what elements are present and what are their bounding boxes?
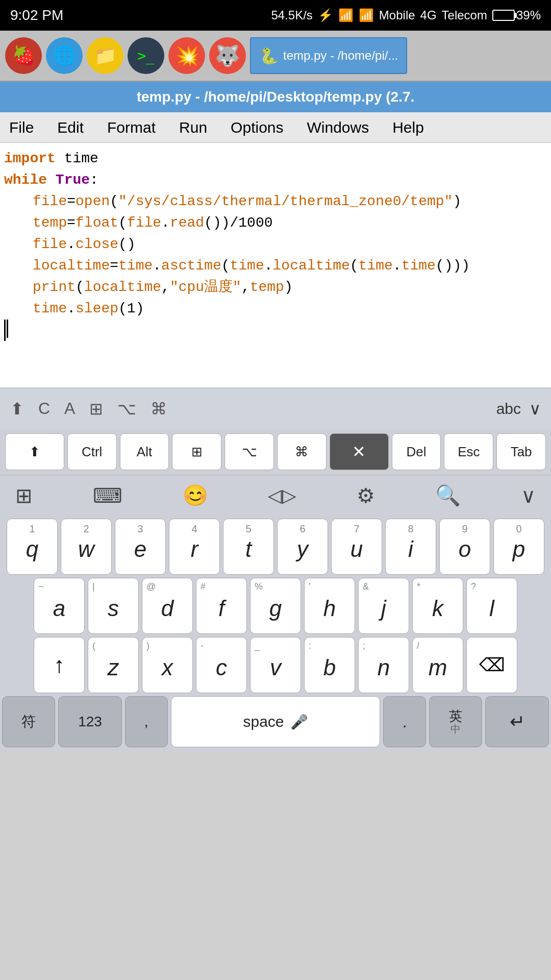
raspberry-icon[interactable]: 🍓	[5, 37, 42, 74]
key-y[interactable]: 6y	[277, 519, 328, 575]
title-bar: temp.py - /home/pi/Desktop/temp.py (2.7.	[0, 82, 551, 112]
settings-icon[interactable]: ⚙	[357, 484, 375, 507]
code-line-3: file=open("/sys/class/thermal/thermal_zo…	[4, 191, 547, 212]
shift-key-main[interactable]: ↑	[34, 637, 85, 693]
key-h[interactable]: 'h	[304, 578, 355, 634]
status-bar: 9:02 PM 54.5K/s ⚡ 📶 📶 Mobile 4G Telecom …	[0, 0, 551, 31]
ctrl-key[interactable]: Ctrl	[67, 433, 117, 470]
code-editor[interactable]: import time while True: file=open("/sys/…	[0, 143, 551, 388]
key-b[interactable]: :b	[304, 637, 355, 693]
key-r[interactable]: 4r	[169, 519, 220, 575]
menu-file[interactable]: File	[5, 117, 38, 138]
telecom-label: Telecom	[442, 8, 487, 22]
numeric-key[interactable]: 123	[58, 696, 122, 747]
time-display: 9:02 PM	[10, 7, 63, 23]
wolf-icon[interactable]: 🐺	[209, 37, 246, 74]
globe-icon[interactable]: 🌐	[46, 37, 83, 74]
key-u[interactable]: 7u	[331, 519, 382, 575]
menu-edit[interactable]: Edit	[53, 117, 88, 138]
collapse-icon[interactable]: ∨	[521, 484, 536, 507]
battery-percentage: 39%	[516, 8, 541, 22]
key-q[interactable]: 1q	[7, 519, 58, 575]
alt-symbol[interactable]: ⌥	[117, 399, 136, 419]
key-e[interactable]: 3e	[115, 519, 166, 575]
enter-key[interactable]: ↵	[485, 696, 549, 747]
key-x[interactable]: )x	[142, 637, 193, 693]
emoji-icon[interactable]: 😊	[183, 483, 208, 507]
menu-help[interactable]: Help	[388, 117, 428, 138]
command-key[interactable]: ⌘	[277, 433, 327, 470]
shift-symbol[interactable]: ⬆	[10, 399, 24, 419]
menu-windows[interactable]: Windows	[303, 117, 373, 138]
chevron-down-icon[interactable]: ∨	[529, 399, 541, 419]
menu-options[interactable]: Options	[227, 117, 287, 138]
key-z[interactable]: (z	[88, 637, 139, 693]
cmd-symbol[interactable]: ⌘	[151, 399, 167, 419]
toolbar-row: ⊞ ⌨ 😊 ◁▷ ⚙ 🔍 ∨	[0, 475, 551, 516]
key-l[interactable]: ?l	[466, 578, 517, 634]
wifi-icon: 📶	[338, 8, 354, 22]
option-key[interactable]: ⌥	[224, 433, 274, 470]
comma-key[interactable]: ,	[125, 696, 168, 747]
key-v[interactable]: _v	[250, 637, 301, 693]
key-w[interactable]: 2w	[61, 519, 112, 575]
shift-key[interactable]: ⬆	[5, 433, 64, 470]
c-key[interactable]: C	[38, 399, 50, 418]
ime-row: ⬆ C A ⊞ ⌥ ⌘ abc ∨	[0, 388, 551, 429]
code-line-6: localtime=time.asctime(time.localtime(ti…	[4, 255, 547, 277]
keyword-while: while	[4, 169, 47, 191]
esc-key[interactable]: Esc	[444, 433, 493, 470]
code-line-7: print(localtime,"cpu温度",temp)	[4, 277, 547, 298]
windows-key[interactable]: ⊞	[172, 433, 221, 470]
network-speed: 54.5K/s	[271, 8, 312, 22]
search-icon[interactable]: 🔍	[435, 483, 461, 507]
keyboard-row-3: ↑ (z )x -c _v :b ;n /m ⌫	[2, 637, 549, 693]
lang-switch-key[interactable]: 英中	[429, 696, 482, 747]
ime-left: ⬆ C A ⊞ ⌥ ⌘	[10, 399, 167, 419]
symbol-key[interactable]: 符	[2, 696, 55, 747]
key-c[interactable]: -c	[196, 637, 247, 693]
period-key[interactable]: .	[383, 696, 426, 747]
key-n[interactable]: ;n	[358, 637, 409, 693]
backspace-key-main[interactable]: ⌫	[466, 637, 517, 693]
carrier-label: Mobile	[379, 8, 415, 22]
signal-icon: 📶	[359, 8, 374, 22]
keyboard-icon[interactable]: ⌨	[93, 484, 122, 507]
key-p[interactable]: 0p	[493, 519, 544, 575]
burst-icon[interactable]: 💥	[168, 37, 205, 74]
win-symbol[interactable]: ⊞	[89, 399, 103, 419]
key-i[interactable]: 8i	[385, 519, 436, 575]
code-line-8: time.sleep(1)	[4, 298, 547, 320]
key-m[interactable]: /m	[412, 637, 463, 693]
window-button[interactable]: 🐍 temp.py - /home/pi/...	[250, 37, 407, 74]
code-line-5: file.close()	[4, 234, 547, 255]
backspace-mod-key[interactable]: ✕	[330, 433, 389, 470]
space-label: space	[243, 713, 284, 730]
alt-key[interactable]: Alt	[120, 433, 169, 470]
grid-icon[interactable]: ⊞	[15, 484, 33, 507]
terminal-icon[interactable]: >_	[128, 37, 164, 74]
folder-icon[interactable]: 📁	[87, 37, 123, 74]
key-f[interactable]: #f	[196, 578, 247, 634]
key-k[interactable]: *k	[412, 578, 463, 634]
cursor-icon[interactable]: ◁▷	[268, 485, 296, 506]
menu-run[interactable]: Run	[175, 117, 211, 138]
del-key[interactable]: Del	[392, 433, 441, 470]
space-key[interactable]: space 🎤	[171, 696, 381, 747]
keyboard: 1q 2w 3e 4r 5t 6y 7u 8i 9o 0p ~a |s @d #…	[0, 516, 551, 696]
key-t[interactable]: 5t	[223, 519, 274, 575]
key-s[interactable]: |s	[88, 578, 139, 634]
key-j[interactable]: &j	[358, 578, 409, 634]
battery-indicator: 39%	[492, 8, 541, 22]
network-type: 4G	[420, 8, 437, 22]
tab-key[interactable]: Tab	[496, 433, 546, 470]
key-g[interactable]: %g	[250, 578, 301, 634]
key-d[interactable]: @d	[142, 578, 193, 634]
key-o[interactable]: 9o	[439, 519, 490, 575]
menu-format[interactable]: Format	[103, 117, 160, 138]
bluetooth-icon: ⚡	[318, 8, 333, 22]
menu-bar: File Edit Format Run Options Windows Hel…	[0, 112, 551, 143]
key-a[interactable]: ~a	[34, 578, 85, 634]
a-key[interactable]: A	[64, 399, 75, 418]
code-line-4: temp=float(file.read())/1000	[4, 212, 547, 234]
